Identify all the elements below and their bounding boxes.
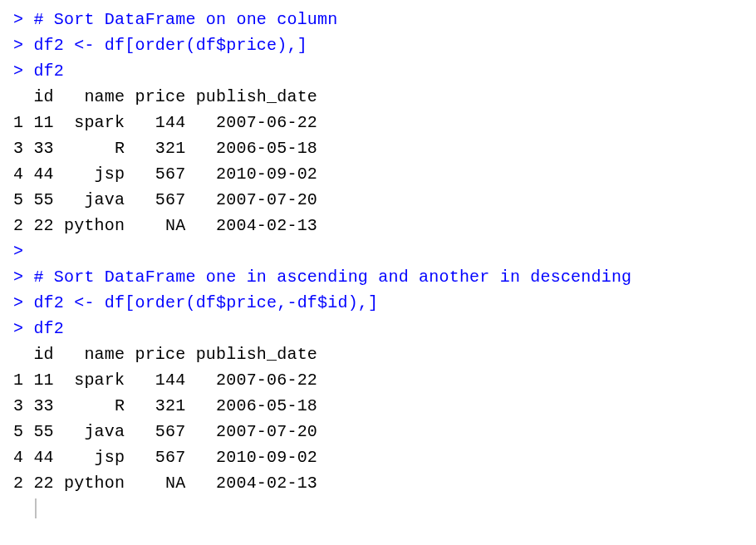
table-row: 2 22 python NA 2004-02-13 bbox=[13, 213, 743, 238]
prompt-symbol: > bbox=[13, 242, 23, 261]
text-cursor-icon bbox=[35, 498, 37, 518]
table-row: 3 33 R 321 2006-05-18 bbox=[13, 393, 743, 419]
console-line-input: > # Sort DataFrame on one column bbox=[13, 7, 743, 32]
table-row: 4 44 jsp 567 2010-09-02 bbox=[13, 444, 743, 470]
r-code: df2 bbox=[33, 61, 64, 81]
console-cursor-line[interactable] bbox=[13, 496, 743, 522]
table-row: 5 55 java 567 2007-07-20 bbox=[13, 419, 743, 444]
prompt-symbol: > bbox=[13, 319, 33, 338]
prompt-symbol: > bbox=[13, 268, 33, 287]
console-line-input: > df2 bbox=[13, 316, 743, 341]
table-row: 4 44 jsp 567 2010-09-02 bbox=[13, 161, 743, 187]
prompt-symbol: > bbox=[13, 293, 33, 312]
comment-text: # Sort DataFrame one in ascending and an… bbox=[33, 268, 631, 287]
table-row: 5 55 java 567 2007-07-20 bbox=[13, 187, 743, 213]
prompt-symbol: > bbox=[13, 61, 33, 81]
console-line-input: > df2 bbox=[13, 58, 743, 84]
table-header: id name price publish_date bbox=[13, 84, 743, 110]
console-line-blank: > bbox=[13, 238, 743, 264]
console-line-input: > df2 <- df[order(df$price,-df$id),] bbox=[13, 290, 743, 316]
console-line-input: > # Sort DataFrame one in ascending and … bbox=[13, 264, 743, 290]
prompt-symbol: > bbox=[13, 10, 33, 29]
r-code: df2 bbox=[33, 319, 64, 338]
table-row: 1 11 spark 144 2007-06-22 bbox=[13, 110, 743, 135]
r-code: df2 <- df[order(df$price,-df$id),] bbox=[33, 293, 378, 312]
comment-text: # Sort DataFrame on one column bbox=[33, 10, 337, 29]
table-row: 2 22 python NA 2004-02-13 bbox=[13, 470, 743, 496]
table-row: 3 33 R 321 2006-05-18 bbox=[13, 135, 743, 161]
prompt-symbol: > bbox=[13, 36, 33, 55]
r-console[interactable]: > # Sort DataFrame on one column > df2 <… bbox=[13, 7, 743, 522]
r-code: df2 <- df[order(df$price),] bbox=[33, 36, 307, 55]
console-line-input: > df2 <- df[order(df$price),] bbox=[13, 32, 743, 58]
table-header: id name price publish_date bbox=[13, 341, 743, 367]
table-row: 1 11 spark 144 2007-06-22 bbox=[13, 367, 743, 393]
